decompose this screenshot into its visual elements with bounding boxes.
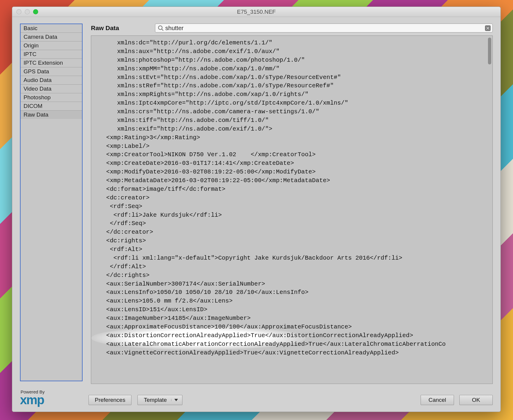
sidebar-item-origin[interactable]: Origin (21, 41, 82, 50)
sidebar-item-gps-data[interactable]: GPS Data (21, 67, 82, 76)
raw-xml-text[interactable]: xmlns:dc="http://purl.org/dc/elements/1.… (91, 36, 492, 360)
panel-heading: Raw Data (91, 24, 119, 32)
window-controls (12, 9, 38, 14)
chevron-down-icon (174, 399, 178, 401)
close-icon (486, 27, 489, 30)
sidebar-item-dicom[interactable]: DICOM (21, 102, 82, 111)
sidebar-item-iptc-extension[interactable]: IPTC Extension (21, 59, 82, 67)
close-window-button[interactable] (16, 9, 21, 14)
template-dropdown[interactable]: Template (137, 395, 182, 405)
category-sidebar: Basic Camera Data Origin IPTC IPTC Exten… (20, 24, 83, 381)
footer: Powered By xmp Preferences Template Canc… (12, 389, 500, 412)
metadata-window: E75_3150.NEF Basic Camera Data Origin IP… (12, 7, 501, 412)
ok-button[interactable]: OK (459, 395, 493, 405)
sidebar-item-audio-data[interactable]: Audio Data (21, 76, 82, 85)
cancel-button[interactable]: Cancel (421, 395, 454, 405)
sidebar-item-raw-data[interactable]: Raw Data (21, 111, 82, 119)
window-title: E75_3150.NEF (12, 9, 500, 15)
sidebar-item-camera-data[interactable]: Camera Data (21, 33, 82, 41)
titlebar: E75_3150.NEF (12, 7, 500, 17)
dialog-buttons: Cancel OK (421, 395, 493, 405)
search-input[interactable] (165, 25, 483, 32)
minimize-window-button[interactable] (25, 9, 30, 14)
svg-line-1 (162, 29, 163, 31)
powered-by-block: Powered By xmp (20, 389, 83, 405)
template-label: Template (144, 397, 167, 403)
main-header: Raw Data (91, 24, 493, 32)
preferences-button[interactable]: Preferences (89, 395, 131, 405)
sidebar-item-video-data[interactable]: Video Data (21, 85, 82, 93)
dropdown-caret (171, 399, 181, 401)
sidebar-item-iptc[interactable]: IPTC (21, 50, 82, 59)
raw-data-viewer[interactable]: xmlns:dc="http://purl.org/dc/elements/1.… (91, 35, 493, 384)
search-icon (158, 25, 164, 31)
search-field[interactable] (155, 24, 493, 32)
xmp-logo: xmp (20, 395, 83, 405)
main-panel: Raw Data (91, 24, 493, 384)
maximize-window-button[interactable] (33, 9, 38, 14)
content-area: Basic Camera Data Origin IPTC IPTC Exten… (12, 17, 500, 389)
clear-search-button[interactable] (485, 25, 491, 31)
svg-point-0 (158, 26, 162, 30)
sidebar-item-basic[interactable]: Basic (21, 24, 82, 33)
sidebar-item-photoshop[interactable]: Photoshop (21, 93, 82, 102)
